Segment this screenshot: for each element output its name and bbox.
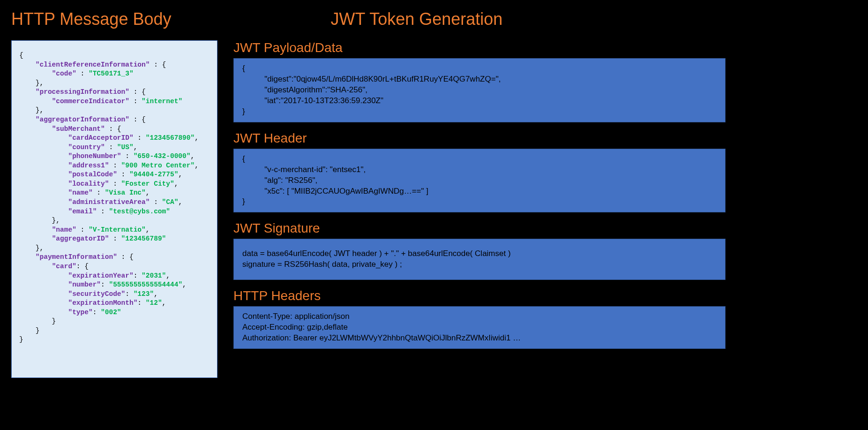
title-left: HTTP Message Body (11, 9, 171, 29)
http-headers-box: Content-Type: application/json Accept-En… (233, 306, 726, 349)
jwt-column: JWT Payload/Data { "digest":"0qjow45/L/m… (233, 40, 726, 357)
jwt-signature-box: data = base64urlEncode( JWT header ) + "… (233, 239, 726, 280)
jwt-header-box: { "v-c-merchant-id": "entsec1", "alg": "… (233, 149, 726, 213)
http-body-json: { "clientReferenceInformation" : { "code… (11, 40, 217, 378)
section-title-http: HTTP Headers (233, 288, 726, 303)
title-right: JWT Token Generation (330, 9, 502, 29)
sig-line-2: signature = RS256Hash( data, private_key… (242, 259, 717, 270)
sig-line-1: data = base64urlEncode( JWT header ) + "… (242, 249, 717, 259)
section-title-signature: JWT Signature (233, 221, 726, 236)
section-title-payload: JWT Payload/Data (233, 40, 726, 55)
section-title-header: JWT Header (233, 131, 726, 146)
title-row: HTTP Message Body JWT Token Generation (0, 9, 868, 29)
jwt-payload-box: { "digest":"0qjow45/L/m6DlHd8K90rL+tBKuf… (233, 58, 726, 122)
